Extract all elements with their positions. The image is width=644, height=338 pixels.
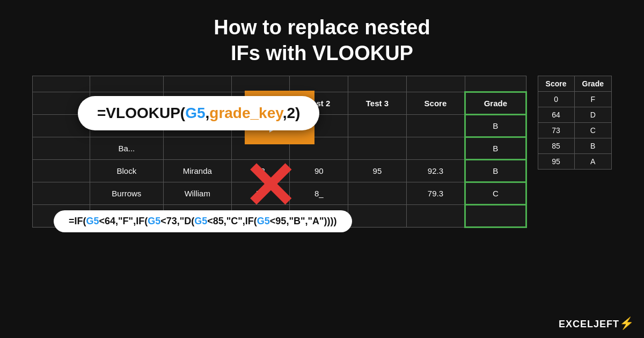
if-g5-3: G5 [194,216,207,226]
cell-row-num [33,182,90,205]
side-table: Score Grade 0 F 64 D 73 C 85 B [538,76,612,170]
vlookup-rest: ,2) [283,105,301,121]
cell-grade [465,205,526,227]
cell-grade: B [465,137,526,160]
red-x-icon: ✕ [243,154,297,218]
side-score: 0 [538,92,574,107]
if-g5-1: G5 [86,216,99,226]
cell-grade: C [465,182,526,205]
side-table-row: 85 B [538,138,611,154]
cell-last: Block [90,160,163,182]
cell-row-num [33,137,90,160]
side-score: 73 [538,123,574,138]
cell-first: William [163,182,231,205]
side-grade: C [574,123,611,138]
vlookup-g5: G5 [185,105,205,121]
cell-t3: 95 [348,160,407,182]
page-title: How to replace nested IFs with VLOOKUP [0,15,644,66]
cell-last: Burrows [90,182,163,205]
side-header-grade: Grade [574,76,611,92]
cell-t2: 90 [290,160,348,182]
side-grade: A [574,154,611,170]
title-area: How to replace nested IFs with VLOOKUP [0,0,644,76]
if-g5-2: G5 [148,216,160,226]
table-row-blank [33,76,526,92]
col-header-test3: Test 3 [348,92,407,115]
side-score: 64 [538,107,574,123]
side-table-wrapper: Score Grade 0 F 64 D 73 C 85 B [538,76,612,170]
side-table-row: 95 A [538,154,611,170]
cell-t3 [348,115,407,137]
if-part1: <64,"F",IF( [99,216,148,226]
cell-row-num [33,160,90,182]
cell-t3 [348,182,407,205]
side-header-score: Score [538,76,574,92]
vlookup-grade-key: grade_key [209,105,282,121]
side-table-row: 0 F [538,92,611,107]
spreadsheet-wrapper: Last First Test 1 Test 2 Test 3 Score Gr… [32,76,527,228]
col-header-grade: Grade [465,92,526,115]
side-grade: F [574,92,611,107]
col-header-score: Score [406,92,465,115]
cell-score [406,115,465,137]
if-prefix: =IF( [69,216,86,226]
side-score: 95 [538,154,574,170]
cell-score: 79.3 [406,182,465,205]
side-table-row: 64 D [538,107,611,123]
cell-grade: B [465,115,526,137]
cell-grade: B [465,160,526,182]
cell-t3 [348,137,407,160]
cell-t2: 8_ [290,182,348,205]
cell-first [163,137,231,160]
cell-score [406,137,465,160]
vlookup-text: =VLOOKUP( [97,105,185,121]
cell-score [406,205,465,227]
exceljeft-logo: EXCELJEFT⚡ [559,317,634,330]
nested-if-formula: =IF(G5<64,"F",IF(G5<73,"D(G5<85,"C",IF(G… [54,210,352,232]
main-content: Last First Test 1 Test 2 Test 3 Score Gr… [0,76,644,228]
logo-icon: ⚡ [619,317,634,330]
side-grade: B [574,138,611,154]
side-score: 85 [538,138,574,154]
side-table-header-row: Score Grade [538,76,611,92]
side-grade: D [574,107,611,123]
vlookup-formula-bubble: =VLOOKUP(G5,grade_key,2) [78,96,319,130]
cell-first: Miranda [163,160,231,182]
cell-last: Ba... [90,137,163,160]
cell-score: 92.3 [406,160,465,182]
side-table-row: 73 C [538,123,611,138]
cell-t3 [348,205,407,227]
if-part2: <73,"D [160,216,191,226]
